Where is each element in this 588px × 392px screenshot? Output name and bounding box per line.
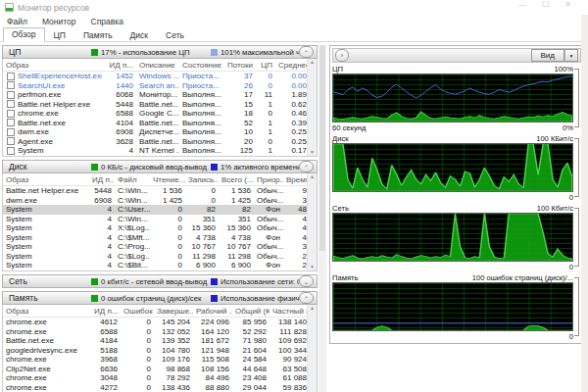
table-row[interactable]: dwm.exe6908C:\Win...1 42501 425Обыч...3 <box>3 196 308 206</box>
cell: 5448 <box>105 100 136 109</box>
row-checkbox[interactable] <box>7 147 15 155</box>
column-header-3[interactable]: Состояние <box>179 61 222 70</box>
table-row[interactable]: Agent.exe3628Battle.net...Выполня...2000… <box>3 137 308 147</box>
table-row[interactable]: SearchUI.exe1440Search an...Приоста...26… <box>3 81 308 91</box>
view-button-label[interactable]: Вид <box>531 49 564 62</box>
table-row[interactable]: System4X:\$Log...016 38416 384Обыч...1 <box>3 270 308 272</box>
table-row[interactable]: System4C:\$Bit...06 9006 900Фон2 <box>3 261 308 270</box>
scroll-up-icon[interactable]: ▲ <box>310 173 315 180</box>
view-button[interactable]: Вид ▼ <box>531 49 578 62</box>
column-header-5[interactable]: ЦП <box>256 61 275 70</box>
cell: 4104 <box>105 119 136 127</box>
table-row[interactable]: chrome.exe42720138 43688 88029 04459 836 <box>3 383 308 392</box>
maximize-icon[interactable]: ☐ <box>542 0 549 9</box>
column-header-4[interactable]: Запись... <box>185 175 219 184</box>
cpu-table-scrollbar[interactable]: ▲▼ <box>307 59 317 156</box>
mem-table-scrollbar[interactable]: ▲▼ <box>307 305 317 392</box>
table-row[interactable]: chrome.exe6588Google C...Выполня...1800.… <box>3 109 308 119</box>
table-row[interactable]: googledrivesync.exe51880104 780121 94821… <box>3 346 308 356</box>
tab-обзор[interactable]: Обзор <box>3 27 45 42</box>
network-section-header[interactable]: Сеть 0 кбит/с - сетевой ввод-вывод Испол… <box>2 274 318 288</box>
column-header-7[interactable]: Время ... <box>283 175 310 184</box>
table-row[interactable]: perfmon.exe6068Монитор...Выполня...17111… <box>3 90 308 100</box>
column-header-2[interactable]: Описание <box>136 61 179 70</box>
column-header-2[interactable]: Ошибок ... <box>121 307 154 316</box>
table-row[interactable]: Clip2Net.exe6636098 868108 15644 64863 5… <box>3 365 308 374</box>
close-icon[interactable]: ✕ <box>564 0 571 9</box>
column-header-4[interactable]: Рабочий ... <box>193 307 232 316</box>
table-row[interactable]: dwm.exe6908Диспетче...Выполня...1010.25 <box>3 127 308 137</box>
row-checkbox[interactable] <box>7 73 15 80</box>
row-checkbox[interactable] <box>7 119 15 126</box>
row-checkbox[interactable] <box>7 81 15 89</box>
column-header-5[interactable]: Общий (КБ) <box>232 307 270 316</box>
column-header-3[interactable]: Чтение... <box>150 175 185 184</box>
row-checkbox[interactable] <box>7 128 15 136</box>
minimize-icon[interactable]: — <box>518 0 526 9</box>
menu-item-монитор[interactable]: Монитор <box>42 17 76 26</box>
disk-collapse-chevron-icon[interactable]: ⌃ <box>299 161 314 172</box>
table-row[interactable]: System4C:\Prog...010 76710 767Обыч...3 <box>3 242 308 252</box>
memory-collapse-chevron-icon[interactable]: ⌃ <box>299 292 314 304</box>
row-checkbox[interactable] <box>7 91 15 99</box>
disk-section-title: Диск <box>3 162 91 172</box>
table-row[interactable]: chrome.exe46120145 204224 09685 956138 1… <box>3 318 308 327</box>
column-header-6[interactable]: Среднее ... <box>275 61 310 70</box>
column-header-1[interactable]: ИД п... <box>91 307 121 316</box>
table-row[interactable]: System4C:\User...08282Фон48 <box>3 205 308 215</box>
tab-сеть[interactable]: Сеть <box>157 28 193 42</box>
cpu-section-header[interactable]: ЦП 17% - использование ЦП 101% максималь… <box>2 45 318 59</box>
column-header-6[interactable]: Приор... <box>254 175 283 184</box>
memory-section-header[interactable]: Память 0 ошибок страниц (диск)/сек Испол… <box>2 291 318 305</box>
column-header-1[interactable]: ИД п... <box>105 61 136 70</box>
cell: 0 <box>256 109 275 118</box>
disk-table-scrollbar[interactable]: ▲▼ <box>307 173 317 270</box>
left-pane-scrollbar[interactable] <box>318 45 326 392</box>
network-collapse-chevron-icon[interactable]: ⌄ <box>299 275 314 287</box>
table-row[interactable]: Battle.net.exe4104Battle.net...Выполня..… <box>3 119 308 128</box>
scroll-down-icon[interactable]: ▼ <box>310 264 315 270</box>
column-header-0[interactable]: Образ <box>3 175 89 184</box>
row-checkbox[interactable] <box>7 100 15 108</box>
table-row[interactable]: System4C:\$Log...011 29811 298Обыч...2 <box>3 252 308 262</box>
column-header-0[interactable]: Образ <box>3 61 105 70</box>
cell: 11 298 <box>219 252 254 261</box>
row-checkbox[interactable] <box>7 137 15 145</box>
table-row[interactable]: chrome.exe65880132 052164 12052 292111 8… <box>3 327 308 337</box>
cell: 1440 <box>105 81 136 90</box>
cell: 6588 <box>105 109 136 118</box>
table-row[interactable]: System4X:\$Log...015 36015 360Обыч...4 <box>3 223 308 233</box>
column-header-2[interactable]: Файл <box>115 175 150 184</box>
scroll-up-icon[interactable]: ▲ <box>310 59 315 66</box>
column-header-1[interactable]: ИД п... <box>89 175 115 184</box>
column-header-0[interactable]: Образ <box>3 307 91 316</box>
table-row[interactable]: Battle.net Helper.exe5448C:\Win...1 5360… <box>3 186 308 196</box>
table-row[interactable]: chrome.exe3048078 29284 49623 40861 088 <box>3 373 308 383</box>
cpu-collapse-chevron-icon[interactable]: ⌃ <box>299 46 314 58</box>
scroll-up-icon[interactable]: ▲ <box>310 305 315 312</box>
column-header-6[interactable]: Частный (... <box>270 307 310 316</box>
column-header-4[interactable]: Потоки <box>222 61 256 70</box>
row-checkbox[interactable] <box>7 156 15 157</box>
disk-section-header[interactable]: Диск 0 КБ/с - дисковый ввод-вывод 1% акт… <box>2 160 318 173</box>
table-row[interactable]: ShellExperienceHost.exe1452Windows ...Пр… <box>3 72 308 81</box>
table-row[interactable]: System4C:\Win...0351351Обыч...4 <box>3 215 308 224</box>
column-header-3[interactable]: Заверше... <box>154 307 193 316</box>
table-row[interactable]: chrome.exe39680109 176115 50824 58490 92… <box>3 355 308 365</box>
cpu-table-header: ОбразИД п...ОписаниеСостояниеПотокиЦПСре… <box>3 59 308 72</box>
menu-item-файл[interactable]: Файл <box>7 17 27 26</box>
column-header-5[interactable]: Всего (... <box>219 175 254 184</box>
table-row[interactable]: Battle.net Helper.exe5448Battle.net...Вы… <box>3 100 308 110</box>
table-row[interactable]: Системные прерывания-Отложен...Выполня..… <box>3 156 308 158</box>
tab-цп[interactable]: ЦП <box>45 28 74 42</box>
view-dropdown-arrow-icon[interactable]: ▼ <box>564 49 578 62</box>
row-checkbox[interactable] <box>7 110 15 118</box>
scroll-down-icon[interactable]: ▼ <box>310 149 315 156</box>
table-row[interactable]: Battle.net.exe41840139 352181 67271 9801… <box>3 336 308 346</box>
table-row[interactable]: System4C:\$Mft...04 7384 738Фон4 <box>3 233 308 243</box>
tab-диск[interactable]: Диск <box>122 28 157 42</box>
menu-item-справка[interactable]: Справка <box>91 17 123 26</box>
collapse-graphs-icon[interactable]: › <box>335 49 349 62</box>
tab-память[interactable]: Память <box>74 28 122 42</box>
table-row[interactable]: System4NT Kernel ...Выполня...12510.17 <box>3 146 308 156</box>
